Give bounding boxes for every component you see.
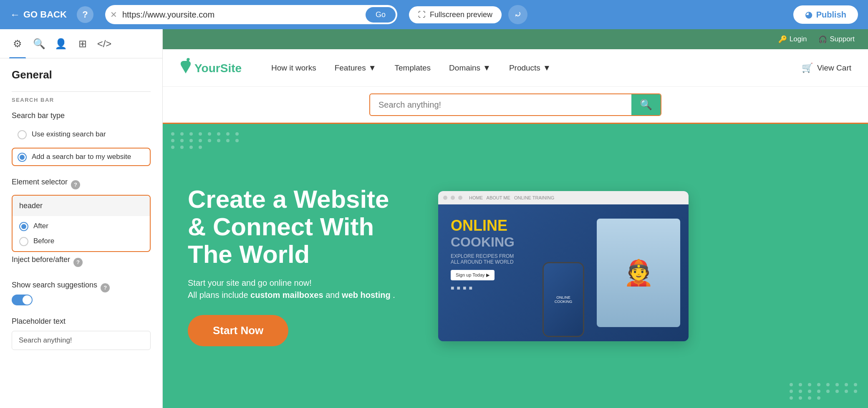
chevron-down-icon: ▼ xyxy=(368,63,376,73)
site-search-bar: 🔍 xyxy=(163,87,868,124)
radio-label-after: After xyxy=(33,222,48,230)
phone-screen: ONLINECOOKING xyxy=(544,263,583,336)
mockup-signup-btn[interactable]: Sign up Today ▶ xyxy=(451,270,495,280)
url-input[interactable] xyxy=(122,10,366,20)
website-preview: 🔑 Login 🎧 Support YourSite xyxy=(163,29,868,408)
online-text: ONLINE COOKING EXPLORE RECIPES FROM ALL … xyxy=(451,217,517,291)
mockup-nav-text: HOME ABOUT ME ONLINE TRAINING xyxy=(469,195,554,200)
element-selector-label-row: Element selector ? xyxy=(12,178,151,191)
site-search-button[interactable]: 🔍 xyxy=(631,94,661,115)
svg-text:YourSite: YourSite xyxy=(194,62,242,75)
start-now-button[interactable]: Start Now xyxy=(188,315,288,346)
nav-products[interactable]: Products ▼ xyxy=(500,63,560,73)
mockup-dot-1 xyxy=(443,196,447,200)
dots-top-left xyxy=(171,132,241,149)
site-nav: YourSite How it works Features ▼ Templat… xyxy=(163,49,868,87)
mockup-dot-2 xyxy=(451,196,455,200)
mockup-dot-3 xyxy=(458,196,462,200)
hero-title: Create a Website & Connect With The Worl… xyxy=(188,186,421,268)
radio-circle-existing xyxy=(18,130,27,139)
nav-features[interactable]: Features ▼ xyxy=(326,63,386,73)
show-suggestions-toggle[interactable] xyxy=(12,295,33,305)
phone-mockup: ONLINECOOKING xyxy=(542,262,584,337)
placeholder-text-field: Placeholder text xyxy=(12,317,151,350)
share-icon: ⤾ xyxy=(514,9,522,20)
radio-use-existing[interactable]: Use existing search bar xyxy=(12,125,151,144)
element-selector-input[interactable] xyxy=(13,196,150,216)
chevron-down-icon-3: ▼ xyxy=(543,63,551,73)
publish-button[interactable]: ◕ Publish xyxy=(793,5,858,24)
site-top-bar: 🔑 Login 🎧 Support xyxy=(163,29,868,49)
sidebar-icon-code[interactable]: </> xyxy=(93,29,115,58)
sidebar-icon-settings[interactable]: ⚙ xyxy=(7,29,28,58)
go-back-button[interactable]: ← GO BACK xyxy=(10,9,67,20)
element-selector-label: Element selector xyxy=(12,178,68,186)
radio-circle-after xyxy=(19,222,28,231)
placeholder-text-input[interactable] xyxy=(12,331,151,350)
nav-view-cart[interactable]: 🛒 View Cart xyxy=(802,63,851,73)
nav-how-it-works[interactable]: How it works xyxy=(271,63,326,73)
section-label-search-bar: SEARCH BAR xyxy=(12,97,151,103)
show-suggestions-label-row: Show search suggestions ? xyxy=(12,281,151,295)
sidebar-icon-layers[interactable]: 👤 xyxy=(50,29,72,58)
sidebar-icon-grid[interactable]: ⊞ xyxy=(72,29,93,58)
twitter-icon: ■ xyxy=(463,285,466,291)
hero-mockup: HOME ABOUT ME ONLINE TRAINING ONLINE COO… xyxy=(438,191,689,341)
nav-domains[interactable]: Domains ▼ xyxy=(440,63,500,73)
top-bar: ← GO BACK ? ✕ Go ⛶ Fullscreen preview ⤾ … xyxy=(0,0,868,29)
radio-circle-add xyxy=(18,153,27,162)
site-logo: YourSite xyxy=(179,55,246,81)
login-link[interactable]: 🔑 Login xyxy=(778,35,807,44)
arrow-left-icon: ← xyxy=(10,9,20,20)
hero-image: HOME ABOUT ME ONLINE TRAINING ONLINE COO… xyxy=(438,191,689,341)
element-selector-field: Element selector ? After Before xyxy=(12,178,151,252)
radio-label-add: Add a search bar to my website xyxy=(32,152,131,162)
preview-area: 🔑 Login 🎧 Support YourSite xyxy=(163,29,868,408)
clear-url-icon[interactable]: ✕ xyxy=(105,10,122,20)
hero-subtitle-2: All plans include custom mailboxes and w… xyxy=(188,290,421,300)
instagram-icon: ■ xyxy=(457,285,460,291)
inject-help-icon[interactable]: ? xyxy=(73,258,83,267)
go-button[interactable]: Go xyxy=(366,7,396,23)
show-suggestions-label: Show search suggestions xyxy=(12,281,97,290)
online-title: ONLINE xyxy=(451,217,517,234)
nav-templates[interactable]: Templates xyxy=(385,63,440,73)
sidebar-content: General SEARCH BAR Search bar type Use e… xyxy=(0,58,162,372)
inject-radios: After Before xyxy=(13,216,150,251)
help-button[interactable]: ? xyxy=(77,6,93,23)
inject-before-after-field: Inject before/after ? xyxy=(12,255,151,269)
fullscreen-preview-button[interactable]: ⛶ Fullscreen preview xyxy=(409,6,502,23)
hero-section: Create a Website & Connect With The Worl… xyxy=(163,124,868,408)
hero-text: Create a Website & Connect With The Worl… xyxy=(188,186,421,346)
search-icon: 🔍 xyxy=(640,99,652,111)
mockup-header-bar: HOME ABOUT ME ONLINE TRAINING xyxy=(438,191,689,204)
chef-image: 👲 xyxy=(597,219,680,327)
share-button[interactable]: ⤾ xyxy=(508,5,527,24)
sidebar-icon-search[interactable]: 🔍 xyxy=(28,29,50,58)
mockup-social-icons: ■ ■ ■ ■ xyxy=(451,285,517,291)
inject-radio-before[interactable]: Before xyxy=(19,236,143,246)
toggle-row xyxy=(12,295,151,305)
cart-icon: 🛒 xyxy=(802,63,813,73)
support-link[interactable]: 🎧 Support xyxy=(818,35,855,44)
headphones-icon: 🎧 xyxy=(818,35,827,44)
inject-radio-after[interactable]: After xyxy=(19,221,143,231)
element-selector-box: After Before xyxy=(12,195,151,252)
chevron-down-icon-2: ▼ xyxy=(483,63,491,73)
mockup-description: EXPLORE RECIPES FROM ALL AROUND THE WORL… xyxy=(451,253,517,265)
phone-content: ONLINECOOKING xyxy=(555,295,573,304)
search-bar-type-radio-group: Use existing search bar Add a search bar… xyxy=(12,125,151,166)
radio-add-search-bar[interactable]: Add a search bar to my website xyxy=(12,148,151,166)
element-selector-help-icon[interactable]: ? xyxy=(71,180,80,189)
inject-label: Inject before/after xyxy=(12,255,70,264)
sidebar-icon-bar: ⚙ 🔍 👤 ⊞ </> xyxy=(0,29,162,58)
nav-links: How it works Features ▼ Templates Domain… xyxy=(271,63,802,73)
radio-label-before: Before xyxy=(33,237,54,245)
url-bar: ✕ Go xyxy=(105,5,397,24)
pinterest-icon: ■ xyxy=(469,285,472,291)
dots-bottom-right xyxy=(790,383,860,400)
show-suggestions-help-icon[interactable]: ? xyxy=(101,283,110,292)
page-title: General xyxy=(12,68,151,81)
inject-label-row: Inject before/after ? xyxy=(12,255,151,269)
site-search-input[interactable] xyxy=(370,100,631,110)
